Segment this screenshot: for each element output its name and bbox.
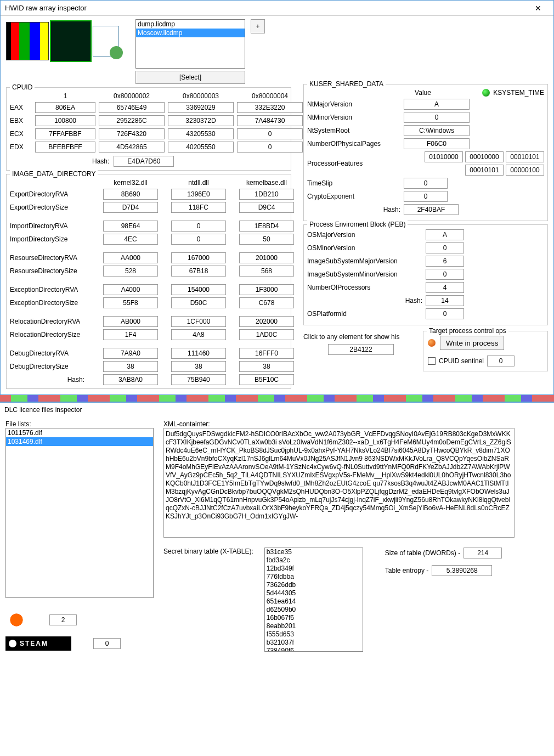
xtable-item[interactable]: fbd3a2c xyxy=(265,556,363,565)
idd-value[interactable]: 0 xyxy=(171,234,226,245)
cpuid-sentinel-value[interactable]: 0 xyxy=(487,356,515,366)
idd-value[interactable]: 118FC xyxy=(171,202,226,213)
cpuid-value[interactable]: 806EA xyxy=(35,102,95,113)
cpuid-value[interactable]: 7FFAFBBF xyxy=(35,128,95,139)
proc-feature-value[interactable]: 01010000 xyxy=(425,151,463,162)
cpuid-hash-value[interactable]: E4DA7D60 xyxy=(114,156,174,167)
dlc-file-list[interactable]: 1011576.dlf1031469.dlf xyxy=(5,428,154,598)
idd-value[interactable]: 167000 xyxy=(171,252,226,263)
idd-value[interactable]: 8B690 xyxy=(103,189,158,200)
kusd-value[interactable]: 0 xyxy=(404,112,470,123)
idd-value[interactable]: 98E64 xyxy=(103,221,158,232)
idd-hash-value[interactable]: 3AB8A0 xyxy=(103,374,158,385)
xtable-item[interactable]: 12bd349f xyxy=(265,565,363,573)
xtable-item[interactable]: d62509b0 xyxy=(265,606,363,614)
idd-value[interactable]: 1F4 xyxy=(103,329,158,340)
os-platform-value[interactable]: 0 xyxy=(426,308,464,319)
idd-value[interactable]: 201000 xyxy=(239,252,294,263)
cpuid-value[interactable]: 2952286C xyxy=(99,115,165,126)
idd-value[interactable]: 1DB210 xyxy=(239,189,294,200)
idd-value[interactable]: 67B18 xyxy=(171,266,226,277)
xtable-item[interactable]: 5d444305 xyxy=(265,589,363,597)
cpuid-value[interactable]: 7A484730 xyxy=(237,115,303,126)
xml-container-text[interactable]: Duf5dgQuysFDSwgdkicFM2-hSDICO0rIBAcXbOc_… xyxy=(163,428,515,538)
crypto-value[interactable]: 0 xyxy=(404,191,448,202)
cpuid-value[interactable]: 0 xyxy=(237,142,303,153)
idd-value[interactable]: 4EC xyxy=(103,234,158,245)
idd-value[interactable]: 154000 xyxy=(171,284,226,295)
xtable-item[interactable]: b31ce35 xyxy=(265,548,363,556)
idd-value[interactable]: 1F3000 xyxy=(239,284,294,295)
cpuid-value[interactable]: 4D542865 xyxy=(99,142,165,153)
kusd-value[interactable]: C:\Windows xyxy=(404,125,470,136)
idd-value[interactable]: 528 xyxy=(103,266,158,277)
idd-value[interactable]: 202000 xyxy=(239,316,294,327)
file-item[interactable]: dump.licdmp xyxy=(136,20,245,29)
idd-value[interactable]: 50 xyxy=(239,234,294,245)
idd-hash-value[interactable]: B5F10C xyxy=(239,374,294,385)
xtable-item[interactable]: 738490f6 xyxy=(265,647,363,652)
dlc-file-item[interactable]: 1031469.dlf xyxy=(6,437,153,446)
idd-value[interactable]: AB000 xyxy=(103,316,158,327)
peb-value[interactable]: 0 xyxy=(426,269,464,280)
idd-value[interactable]: 1CF000 xyxy=(171,316,226,327)
peb-value[interactable]: 4 xyxy=(426,282,464,293)
xtable-item[interactable]: 651ea614 xyxy=(265,597,363,606)
dlc-file-item[interactable]: 1011576.dlf xyxy=(6,428,153,437)
timeslip-value[interactable]: 0 xyxy=(404,178,448,189)
kusd-hash-value[interactable]: 2F40BAF xyxy=(404,204,459,215)
cpuid-value[interactable]: 43205530 xyxy=(168,128,234,139)
peb-value[interactable]: 6 xyxy=(426,256,464,267)
peb-hash-value[interactable]: 14 xyxy=(426,295,464,306)
cpuid-value[interactable]: BFEBFBFF xyxy=(35,142,95,153)
close-icon[interactable]: ✕ xyxy=(527,4,549,13)
select-button[interactable]: [Select] xyxy=(135,71,245,84)
idd-value[interactable]: AA000 xyxy=(103,252,158,263)
cpuid-sentinel-checkbox[interactable] xyxy=(428,357,436,365)
cpuid-value[interactable]: 0 xyxy=(237,128,303,139)
peb-value[interactable]: A xyxy=(426,229,464,240)
idd-value[interactable]: 55F8 xyxy=(103,297,158,308)
peb-value[interactable]: 0 xyxy=(426,242,464,253)
idd-value[interactable]: D7D4 xyxy=(103,202,158,213)
xtable-list[interactable]: b31ce35fbd3a2c12bd349f776fdbba73626ddb5d… xyxy=(264,548,363,652)
size-value[interactable]: 214 xyxy=(463,548,502,558)
dump-file-list[interactable]: dump.licdmpMoscow.licdmp xyxy=(135,19,245,69)
idd-value[interactable]: 1396E0 xyxy=(171,189,226,200)
idd-value[interactable]: 1E8BD4 xyxy=(239,221,294,232)
idd-value[interactable]: 0 xyxy=(171,221,226,232)
xtable-item[interactable]: 776fdbba xyxy=(265,573,363,581)
idd-value[interactable]: D50C xyxy=(171,297,226,308)
xtable-item[interactable]: 73626ddb xyxy=(265,581,363,589)
origin-count[interactable]: 2 xyxy=(49,614,77,625)
idd-value[interactable]: 38 xyxy=(171,361,226,372)
idd-value[interactable]: C678 xyxy=(239,297,294,308)
idd-value[interactable]: 111460 xyxy=(171,348,226,359)
idd-value[interactable]: D9C4 xyxy=(239,202,294,213)
idd-value[interactable]: 568 xyxy=(239,266,294,277)
click-element-value[interactable]: 2B4122 xyxy=(328,344,394,355)
idd-value[interactable]: 16FFF0 xyxy=(239,348,294,359)
cpuid-value[interactable]: 65746E49 xyxy=(99,102,165,113)
xtable-item[interactable]: 16b067f6 xyxy=(265,614,363,622)
file-item[interactable]: Moscow.licdmp xyxy=(136,29,245,37)
kusd-value[interactable]: F06C0 xyxy=(404,138,470,149)
proc-feature-value[interactable]: 00010101 xyxy=(506,151,544,162)
idd-value[interactable]: A4000 xyxy=(103,284,158,295)
cpuid-value[interactable]: 33692029 xyxy=(168,102,234,113)
cpuid-value[interactable]: 100800 xyxy=(35,115,95,126)
cpuid-value[interactable]: 726F4320 xyxy=(99,128,165,139)
idd-value[interactable]: 38 xyxy=(239,361,294,372)
idd-value[interactable]: 7A9A0 xyxy=(103,348,158,359)
idd-value[interactable]: 38 xyxy=(103,361,158,372)
idd-value[interactable]: 1AD0C xyxy=(239,329,294,340)
cpuid-value[interactable]: 332E3220 xyxy=(237,102,303,113)
idd-hash-value[interactable]: 75B940 xyxy=(171,374,226,385)
proc-feature-value[interactable]: 00010000 xyxy=(465,151,504,162)
proc-feature-value[interactable]: 00010101 xyxy=(465,165,504,176)
xtable-item[interactable]: f555d653 xyxy=(265,630,363,639)
cpuid-value[interactable]: 40205550 xyxy=(168,142,234,153)
cpuid-value[interactable]: 3230372D xyxy=(168,115,234,126)
idd-value[interactable]: 4A8 xyxy=(171,329,226,340)
proc-feature-value[interactable]: 00000100 xyxy=(506,165,544,176)
